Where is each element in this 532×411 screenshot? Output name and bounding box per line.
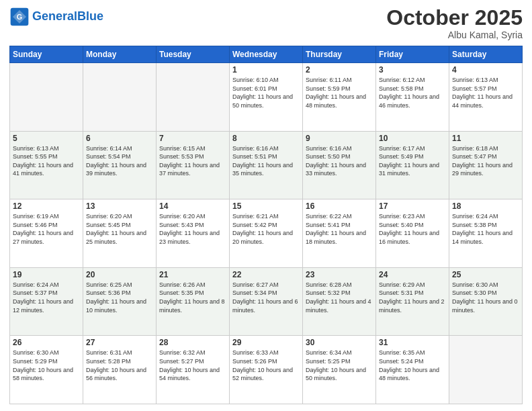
day-number: 6 bbox=[86, 134, 153, 143]
title-month: October 2025 bbox=[386, 7, 523, 28]
day-info: Sunrise: 6:31 AMSunset: 5:28 PMDaylight:… bbox=[86, 349, 153, 382]
table-row: 13 Sunrise: 6:20 AMSunset: 5:45 PMDaylig… bbox=[83, 199, 157, 268]
table-row: 12 Sunrise: 6:19 AMSunset: 5:46 PMDaylig… bbox=[10, 199, 83, 268]
table-row: 14 Sunrise: 6:20 AMSunset: 5:43 PMDaylig… bbox=[157, 199, 230, 268]
table-row: 5 Sunrise: 6:13 AMSunset: 5:55 PMDayligh… bbox=[10, 131, 83, 199]
day-info: Sunrise: 6:27 AMSunset: 5:34 PMDaylight:… bbox=[232, 281, 300, 314]
table-row bbox=[10, 63, 83, 132]
col-thursday: Thursday bbox=[303, 46, 376, 63]
day-number: 5 bbox=[13, 134, 80, 143]
day-info: Sunrise: 6:22 AMSunset: 5:41 PMDaylight:… bbox=[306, 212, 373, 246]
title-location: Albu Kamal, Syria bbox=[386, 30, 523, 40]
col-sunday: Sunday bbox=[10, 46, 83, 63]
header: G GeneralBlue October 2025 Albu Kamal, S… bbox=[9, 7, 523, 40]
table-row bbox=[449, 336, 523, 404]
day-info: Sunrise: 6:15 AMSunset: 5:53 PMDaylight:… bbox=[159, 144, 226, 178]
day-number: 29 bbox=[232, 338, 300, 347]
day-info: Sunrise: 6:13 AMSunset: 5:57 PMDaylight:… bbox=[452, 76, 519, 109]
logo: G GeneralBlue bbox=[9, 7, 103, 27]
table-row: 11 Sunrise: 6:18 AMSunset: 5:47 PMDaylig… bbox=[449, 131, 523, 199]
page: G GeneralBlue October 2025 Albu Kamal, S… bbox=[0, 0, 532, 411]
logo-text: GeneralBlue bbox=[32, 10, 103, 24]
day-number: 3 bbox=[379, 65, 446, 75]
day-info: Sunrise: 6:13 AMSunset: 5:55 PMDaylight:… bbox=[13, 144, 80, 178]
table-row: 7 Sunrise: 6:15 AMSunset: 5:53 PMDayligh… bbox=[157, 131, 230, 199]
day-number: 9 bbox=[306, 134, 373, 143]
day-number: 20 bbox=[86, 270, 153, 279]
day-number: 28 bbox=[159, 338, 226, 347]
logo-icon: G bbox=[9, 7, 30, 27]
day-number: 24 bbox=[379, 270, 446, 279]
day-info: Sunrise: 6:12 AMSunset: 5:58 PMDaylight:… bbox=[379, 76, 446, 109]
title-block: October 2025 Albu Kamal, Syria bbox=[386, 7, 523, 40]
day-number: 15 bbox=[232, 201, 300, 211]
day-info: Sunrise: 6:23 AMSunset: 5:40 PMDaylight:… bbox=[379, 212, 446, 246]
table-row: 18 Sunrise: 6:24 AMSunset: 5:38 PMDaylig… bbox=[449, 199, 523, 268]
day-info: Sunrise: 6:33 AMSunset: 5:26 PMDaylight:… bbox=[232, 349, 300, 382]
day-number: 21 bbox=[159, 270, 226, 279]
day-info: Sunrise: 6:14 AMSunset: 5:54 PMDaylight:… bbox=[86, 144, 153, 178]
day-number: 10 bbox=[379, 134, 446, 143]
table-row: 22 Sunrise: 6:27 AMSunset: 5:34 PMDaylig… bbox=[230, 267, 303, 336]
table-row: 3 Sunrise: 6:12 AMSunset: 5:58 PMDayligh… bbox=[376, 63, 449, 132]
svg-text:G: G bbox=[17, 13, 22, 21]
col-friday: Friday bbox=[376, 46, 449, 63]
day-number: 30 bbox=[306, 338, 373, 347]
table-row: 9 Sunrise: 6:16 AMSunset: 5:50 PMDayligh… bbox=[303, 131, 376, 199]
day-info: Sunrise: 6:25 AMSunset: 5:36 PMDaylight:… bbox=[86, 281, 153, 314]
table-row: 17 Sunrise: 6:23 AMSunset: 5:40 PMDaylig… bbox=[376, 199, 449, 268]
col-monday: Monday bbox=[83, 46, 157, 63]
table-row: 21 Sunrise: 6:26 AMSunset: 5:35 PMDaylig… bbox=[157, 267, 230, 336]
day-info: Sunrise: 6:30 AMSunset: 5:29 PMDaylight:… bbox=[13, 349, 80, 382]
day-info: Sunrise: 6:20 AMSunset: 5:45 PMDaylight:… bbox=[86, 212, 153, 246]
table-row: 19 Sunrise: 6:24 AMSunset: 5:37 PMDaylig… bbox=[10, 267, 83, 336]
day-number: 2 bbox=[306, 65, 373, 75]
day-number: 8 bbox=[232, 134, 300, 143]
day-number: 13 bbox=[86, 201, 153, 211]
day-number: 11 bbox=[452, 134, 519, 143]
day-number: 14 bbox=[159, 201, 226, 211]
day-number: 22 bbox=[232, 270, 300, 279]
table-row bbox=[83, 63, 157, 132]
calendar-header-row: Sunday Monday Tuesday Wednesday Thursday… bbox=[10, 46, 523, 63]
day-info: Sunrise: 6:28 AMSunset: 5:32 PMDaylight:… bbox=[306, 281, 373, 314]
day-number: 18 bbox=[452, 201, 519, 211]
day-info: Sunrise: 6:29 AMSunset: 5:31 PMDaylight:… bbox=[379, 281, 446, 314]
table-row: 29 Sunrise: 6:33 AMSunset: 5:26 PMDaylig… bbox=[230, 336, 303, 404]
table-row: 15 Sunrise: 6:21 AMSunset: 5:42 PMDaylig… bbox=[230, 199, 303, 268]
day-number: 4 bbox=[452, 65, 519, 75]
day-info: Sunrise: 6:24 AMSunset: 5:38 PMDaylight:… bbox=[452, 212, 519, 246]
table-row: 27 Sunrise: 6:31 AMSunset: 5:28 PMDaylig… bbox=[83, 336, 157, 404]
table-row: 30 Sunrise: 6:34 AMSunset: 5:25 PMDaylig… bbox=[303, 336, 376, 404]
day-number: 25 bbox=[452, 270, 519, 279]
day-number: 7 bbox=[159, 134, 226, 143]
calendar-table: Sunday Monday Tuesday Wednesday Thursday… bbox=[9, 46, 523, 404]
day-info: Sunrise: 6:34 AMSunset: 5:25 PMDaylight:… bbox=[306, 349, 373, 382]
day-info: Sunrise: 6:19 AMSunset: 5:46 PMDaylight:… bbox=[13, 212, 80, 246]
day-number: 19 bbox=[13, 270, 80, 279]
day-info: Sunrise: 6:11 AMSunset: 5:59 PMDaylight:… bbox=[306, 76, 373, 109]
table-row: 23 Sunrise: 6:28 AMSunset: 5:32 PMDaylig… bbox=[303, 267, 376, 336]
day-info: Sunrise: 6:35 AMSunset: 5:24 PMDaylight:… bbox=[379, 349, 446, 382]
col-saturday: Saturday bbox=[449, 46, 523, 63]
day-number: 31 bbox=[379, 338, 446, 347]
col-tuesday: Tuesday bbox=[157, 46, 230, 63]
day-info: Sunrise: 6:20 AMSunset: 5:43 PMDaylight:… bbox=[159, 212, 226, 246]
day-info: Sunrise: 6:21 AMSunset: 5:42 PMDaylight:… bbox=[232, 212, 300, 246]
logo-general: GeneralBlue bbox=[32, 10, 103, 24]
day-number: 26 bbox=[13, 338, 80, 347]
day-info: Sunrise: 6:32 AMSunset: 5:27 PMDaylight:… bbox=[159, 349, 226, 382]
table-row bbox=[157, 63, 230, 132]
table-row: 8 Sunrise: 6:16 AMSunset: 5:51 PMDayligh… bbox=[230, 131, 303, 199]
table-row: 10 Sunrise: 6:17 AMSunset: 5:49 PMDaylig… bbox=[376, 131, 449, 199]
table-row: 2 Sunrise: 6:11 AMSunset: 5:59 PMDayligh… bbox=[303, 63, 376, 132]
table-row: 16 Sunrise: 6:22 AMSunset: 5:41 PMDaylig… bbox=[303, 199, 376, 268]
table-row: 28 Sunrise: 6:32 AMSunset: 5:27 PMDaylig… bbox=[157, 336, 230, 404]
day-info: Sunrise: 6:24 AMSunset: 5:37 PMDaylight:… bbox=[13, 281, 80, 314]
table-row: 1 Sunrise: 6:10 AMSunset: 6:01 PMDayligh… bbox=[230, 63, 303, 132]
table-row: 26 Sunrise: 6:30 AMSunset: 5:29 PMDaylig… bbox=[10, 336, 83, 404]
day-info: Sunrise: 6:26 AMSunset: 5:35 PMDaylight:… bbox=[159, 281, 226, 314]
table-row: 31 Sunrise: 6:35 AMSunset: 5:24 PMDaylig… bbox=[376, 336, 449, 404]
day-info: Sunrise: 6:17 AMSunset: 5:49 PMDaylight:… bbox=[379, 144, 446, 178]
table-row: 4 Sunrise: 6:13 AMSunset: 5:57 PMDayligh… bbox=[449, 63, 523, 132]
